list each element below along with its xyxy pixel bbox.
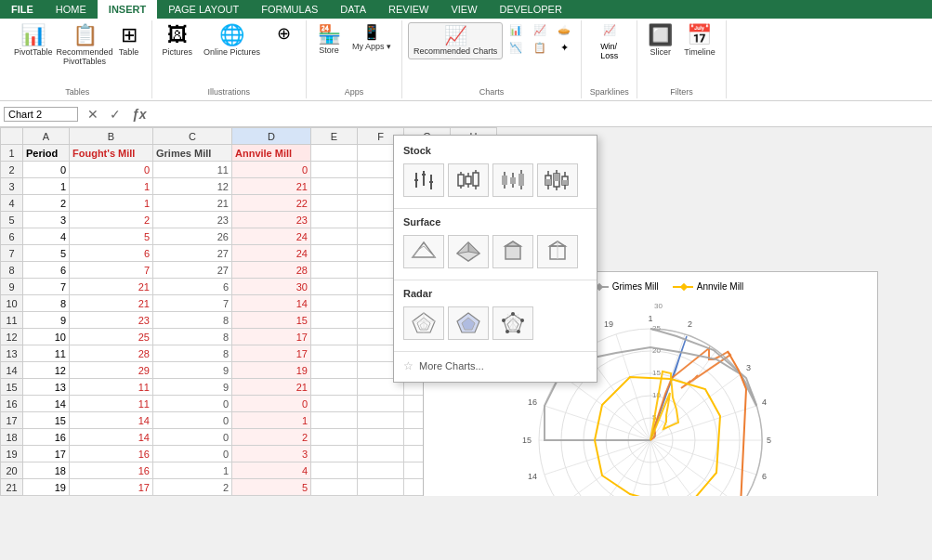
pie-chart-button[interactable]: 🥧	[553, 22, 575, 38]
formula-input[interactable]	[152, 107, 928, 122]
grid-cell[interactable]: 9	[153, 379, 232, 396]
grid-cell-empty[interactable]	[311, 429, 358, 446]
online-pictures-button[interactable]: 🌐 Online Pictures	[199, 22, 265, 59]
grid-cell[interactable]: 27	[153, 262, 232, 279]
scatter-chart-button[interactable]: ✦	[553, 40, 575, 56]
grid-cell-empty[interactable]	[311, 262, 358, 279]
grid-cell[interactable]: 0	[232, 162, 311, 178]
grid-cell[interactable]: 1	[232, 412, 311, 429]
grid-cell[interactable]: 2	[23, 195, 70, 212]
grid-cell[interactable]: 6	[23, 262, 70, 279]
table-button[interactable]: ⊞ Table	[112, 22, 146, 59]
grid-cell[interactable]: 14	[70, 429, 153, 446]
grid-cell[interactable]: Period	[23, 145, 70, 162]
area-chart-button[interactable]: 📋	[529, 40, 551, 56]
grid-cell-empty[interactable]	[311, 245, 358, 262]
stock-icon-1[interactable]	[403, 163, 444, 197]
tab-formulas[interactable]: FORMULAS	[250, 0, 329, 19]
grid-cell[interactable]: 1	[70, 178, 153, 195]
grid-cell[interactable]: 15	[23, 412, 70, 429]
tab-data[interactable]: DATA	[329, 0, 377, 19]
formula-fx-button[interactable]: ƒx	[126, 107, 152, 122]
timeline-button[interactable]: 📅 Timeline	[679, 22, 720, 59]
grid-cell-empty[interactable]	[311, 228, 358, 245]
pictures-button[interactable]: 🖼 Pictures	[158, 22, 198, 59]
grid-cell[interactable]: 19	[23, 479, 70, 496]
stock-icon-2[interactable]	[448, 163, 489, 197]
grid-cell[interactable]: 15	[232, 312, 311, 329]
grid-cell[interactable]: Fought's Mill	[70, 145, 153, 162]
grid-cell[interactable]: 25	[70, 329, 153, 345]
grid-cell[interactable]: 21	[70, 295, 153, 312]
radar-icon-2[interactable]	[448, 306, 489, 340]
column-chart-button[interactable]: 📊	[505, 22, 527, 38]
col-header-D[interactable]: D	[232, 128, 311, 145]
grid-cell[interactable]: 26	[153, 228, 232, 245]
grid-cell[interactable]: 11	[70, 379, 153, 396]
grid-cell-empty[interactable]	[358, 479, 404, 496]
grid-cell[interactable]: 16	[23, 429, 70, 446]
grid-cell[interactable]: 8	[23, 295, 70, 312]
grid-cell-empty[interactable]	[311, 178, 358, 195]
grid-cell[interactable]: 11	[153, 162, 232, 178]
grid-cell[interactable]: 7	[23, 279, 70, 295]
formula-confirm-button[interactable]: ✓	[104, 107, 126, 122]
surface-icon-2[interactable]	[448, 235, 489, 268]
grid-cell[interactable]: 16	[70, 446, 153, 462]
stock-icon-4[interactable]	[537, 163, 578, 197]
grid-cell-empty[interactable]	[311, 295, 358, 312]
grid-cell[interactable]: 7	[70, 262, 153, 279]
tab-insert[interactable]: INSERT	[98, 0, 157, 19]
grid-cell[interactable]: 16	[70, 462, 153, 479]
grid-cell[interactable]: 30	[232, 279, 311, 295]
grid-cell-empty[interactable]	[311, 212, 358, 228]
grid-cell-empty[interactable]	[311, 145, 358, 162]
grid-cell[interactable]: 6	[70, 245, 153, 262]
recommended-charts-button[interactable]: 📈 Recommended Charts	[408, 22, 503, 59]
grid-cell[interactable]: 5	[232, 479, 311, 496]
col-header-C[interactable]: C	[153, 128, 232, 145]
name-box[interactable]	[4, 107, 78, 122]
grid-cell[interactable]: 28	[232, 262, 311, 279]
grid-cell[interactable]: 1	[70, 195, 153, 212]
grid-cell-empty[interactable]	[311, 162, 358, 178]
grid-cell[interactable]: 24	[232, 245, 311, 262]
col-header-E[interactable]: E	[311, 128, 358, 145]
grid-cell[interactable]: 17	[70, 479, 153, 496]
grid-cell-empty[interactable]	[358, 396, 404, 412]
grid-cell[interactable]: 1	[153, 462, 232, 479]
grid-cell-empty[interactable]	[311, 412, 358, 429]
pivot-table-button[interactable]: 📊 PivotTable	[9, 22, 58, 59]
win-loss-button[interactable]: Win/Loss	[598, 40, 621, 62]
grid-cell[interactable]: 14	[23, 396, 70, 412]
tab-file[interactable]: FILE	[0, 0, 45, 19]
grid-cell[interactable]: 29	[70, 362, 153, 379]
grid-cell[interactable]: 13	[23, 379, 70, 396]
grid-cell[interactable]: 23	[232, 212, 311, 228]
grid-cell[interactable]: 0	[153, 429, 232, 446]
grid-cell-empty[interactable]	[311, 362, 358, 379]
sparkline-line-button[interactable]: 📈	[598, 22, 621, 38]
chart-type-dropdown[interactable]: Stock	[393, 135, 597, 383]
tab-page-layout[interactable]: PAGE LAYOUT	[157, 0, 250, 19]
grid-cell-empty[interactable]	[358, 429, 404, 446]
grid-cell-empty[interactable]	[311, 479, 358, 496]
grid-cell[interactable]: 9	[23, 312, 70, 329]
grid-cell[interactable]: 12	[153, 178, 232, 195]
grid-cell[interactable]: 7	[153, 295, 232, 312]
grid-cell[interactable]: 0	[153, 396, 232, 412]
grid-cell-empty[interactable]	[311, 396, 358, 412]
tab-developer[interactable]: DEVELOPER	[489, 0, 573, 19]
grid-cell-empty[interactable]	[358, 446, 404, 462]
grid-cell[interactable]: 2	[70, 212, 153, 228]
bar-chart-button[interactable]: 📉	[505, 40, 527, 56]
grid-cell[interactable]: 9	[153, 362, 232, 379]
grid-cell[interactable]: 10	[23, 329, 70, 345]
grid-cell-empty[interactable]	[311, 329, 358, 345]
grid-cell-empty[interactable]	[311, 195, 358, 212]
grid-cell[interactable]: 2	[232, 429, 311, 446]
grid-cell[interactable]: 11	[23, 345, 70, 362]
grid-cell[interactable]: 28	[70, 345, 153, 362]
grid-cell[interactable]: 5	[70, 228, 153, 245]
store-button[interactable]: 🏪 Store	[312, 22, 346, 58]
